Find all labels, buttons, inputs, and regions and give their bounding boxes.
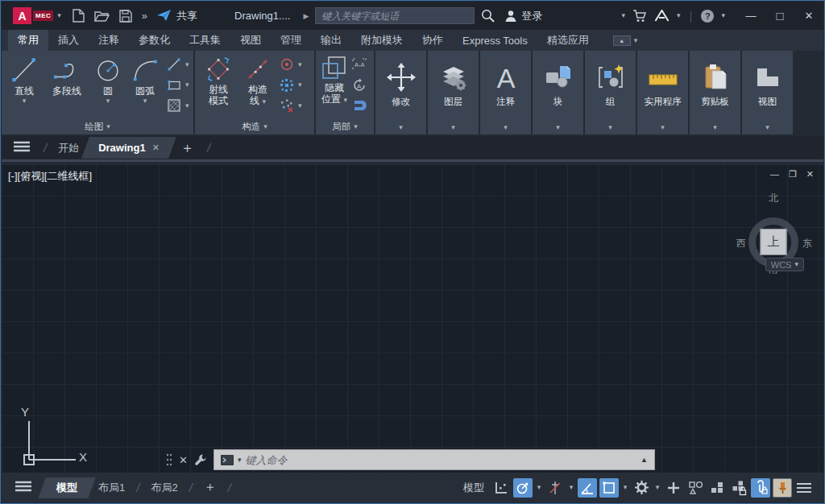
- ray-mode-button[interactable]: 射线模式: [198, 52, 238, 119]
- maximize-button[interactable]: □: [765, 2, 794, 30]
- viewport-close-button[interactable]: ✕: [806, 169, 814, 180]
- command-history-toggle[interactable]: ▲: [641, 456, 648, 464]
- ribbon-tab-manage[interactable]: 管理: [271, 30, 311, 51]
- viewport-controls-label[interactable]: [-][俯视][二维线框]: [8, 169, 92, 184]
- ribbon-tab-express-tools[interactable]: Express Tools: [453, 30, 537, 51]
- layout-tab-model[interactable]: 模型: [42, 477, 92, 498]
- layout-menu-button[interactable]: [15, 481, 32, 495]
- line-tool-small-button[interactable]: ▾: [166, 56, 189, 73]
- search-expand-icon[interactable]: ▶: [303, 12, 309, 20]
- new-layout-button[interactable]: ＋: [197, 479, 223, 496]
- wrench-icon[interactable]: [194, 453, 207, 466]
- viewcube-top-face[interactable]: 上: [761, 229, 787, 255]
- ribbon-tab-insert[interactable]: 插入: [48, 30, 89, 51]
- viewport-minimize-button[interactable]: —: [770, 169, 779, 180]
- viewcube-north[interactable]: 北: [769, 192, 778, 205]
- panel-annotation[interactable]: A 注释 ▾: [480, 51, 531, 134]
- panel-block[interactable]: 块 ▾: [533, 51, 583, 134]
- ribbon-tab-home[interactable]: 常用: [8, 30, 48, 51]
- chevron-down-icon[interactable]: ▾: [622, 12, 626, 19]
- file-tab-start[interactable]: 开始: [52, 141, 85, 155]
- fullscreen-menu-button[interactable]: [794, 478, 814, 498]
- close-command-line-button[interactable]: ✕: [179, 454, 188, 466]
- ribbon-tab-tools[interactable]: 工具集: [180, 30, 230, 51]
- search-input[interactable]: [315, 7, 475, 24]
- minimize-button[interactable]: —: [736, 2, 765, 30]
- arc-button[interactable]: 圆弧 ▾: [126, 52, 164, 119]
- chevron-down-icon[interactable]: ▾: [238, 456, 242, 464]
- hatch-tool-button[interactable]: ▾: [166, 97, 189, 114]
- chevron-down-icon[interactable]: ▾: [535, 484, 543, 491]
- panel-group[interactable]: 组 ▾: [585, 51, 636, 134]
- line-button[interactable]: 直线 ▾: [5, 52, 44, 119]
- panel-modify[interactable]: 修改 ▾: [375, 51, 426, 134]
- point-cloud-tool-button[interactable]: ▾: [279, 76, 302, 94]
- boundary-tool-button[interactable]: [351, 97, 367, 114]
- scatter-points-tool-button[interactable]: ▾: [279, 97, 302, 114]
- panel-utilities[interactable]: 实用程序 ▾: [637, 51, 688, 134]
- tracking-plus-button[interactable]: [664, 478, 683, 498]
- ribbon-tab-parametric[interactable]: 参数化: [129, 30, 180, 51]
- aa-section-tool-button[interactable]: A-A: [351, 56, 367, 73]
- rotate-view-tool-button[interactable]: A: [351, 76, 367, 94]
- chevron-down-icon[interactable]: ▾: [677, 12, 681, 19]
- autodesk-logo-icon[interactable]: [654, 10, 670, 22]
- center-point-tool-button[interactable]: ▾: [279, 56, 302, 73]
- panel-clipboard[interactable]: 剪贴板 ▾: [690, 51, 740, 134]
- ui-lock-button[interactable]: [751, 478, 770, 498]
- hide-position-button[interactable]: 隐藏位置 ▾: [317, 52, 351, 119]
- pinned-button[interactable]: [773, 478, 792, 498]
- construction-line-button[interactable]: 构造线 ▾: [238, 52, 277, 119]
- circle-button[interactable]: 圆 ▾: [90, 52, 126, 119]
- new-file-icon[interactable]: [73, 9, 85, 23]
- panel-title-partial[interactable]: 局部 ▾: [316, 119, 374, 134]
- chevron-down-icon[interactable]: ▾: [653, 484, 661, 491]
- panel-view[interactable]: 视图 ▾: [742, 51, 793, 134]
- share-button[interactable]: 共享: [157, 9, 197, 23]
- command-input-bar[interactable]: ▾ ▲: [214, 449, 655, 470]
- chevron-down-icon[interactable]: ▾: [567, 484, 575, 491]
- app-menu-button[interactable]: A MEC: [13, 7, 53, 24]
- snap-grid-toggle[interactable]: [491, 478, 511, 498]
- block-lock-button[interactable]: [729, 478, 748, 498]
- sign-in-button[interactable]: 登录: [504, 9, 542, 23]
- polyline-button[interactable]: 多段线: [44, 52, 90, 119]
- command-prompt-icon[interactable]: [221, 455, 234, 465]
- close-tab-icon[interactable]: ✕: [152, 143, 160, 153]
- angle-snap-toggle[interactable]: [578, 478, 597, 498]
- wcs-dropdown[interactable]: WCS ▾: [765, 258, 804, 271]
- ribbon-tab-view[interactable]: 视图: [230, 30, 271, 51]
- drag-handle-icon[interactable]: [166, 452, 172, 467]
- panel-layers[interactable]: 图层 ▾: [428, 51, 479, 134]
- ribbon-tab-output[interactable]: 输出: [311, 30, 351, 51]
- file-tab-menu-button[interactable]: [13, 141, 31, 155]
- layout-tab-layout2[interactable]: 布局2: [144, 481, 184, 495]
- qat-expand-button[interactable]: »: [142, 10, 146, 22]
- object-snap-tracking-toggle[interactable]: [545, 478, 565, 498]
- ribbon-collapse-button[interactable]: ▲ ▾: [613, 30, 638, 51]
- cart-icon[interactable]: [632, 10, 647, 23]
- model-space-toggle[interactable]: 模型: [463, 481, 484, 495]
- hardware-acceleration-button[interactable]: [707, 478, 727, 498]
- search-icon[interactable]: [481, 9, 495, 23]
- ribbon-tab-addins[interactable]: 附加模块: [351, 30, 412, 51]
- isolate-objects-button[interactable]: [686, 478, 705, 498]
- drawing-canvas[interactable]: [-][俯视][二维线框] — ❐ ✕ 北 西 上 东 南 WCS ▾ Y X: [2, 164, 823, 473]
- close-button[interactable]: ✕: [794, 2, 823, 30]
- ribbon-tab-featured-apps[interactable]: 精选应用: [537, 30, 599, 51]
- ribbon-tab-collaborate[interactable]: 协作: [412, 30, 453, 51]
- viewcube-west[interactable]: 西: [736, 237, 746, 250]
- dynamic-input-toggle[interactable]: [599, 478, 619, 498]
- chevron-down-icon[interactable]: ▾: [721, 12, 725, 19]
- chevron-down-icon[interactable]: ▾: [57, 12, 61, 19]
- panel-title-construct[interactable]: 构造 ▾: [195, 119, 314, 134]
- save-icon[interactable]: [119, 10, 132, 23]
- command-input[interactable]: [245, 454, 636, 466]
- open-folder-icon[interactable]: [94, 10, 110, 22]
- polar-tracking-toggle[interactable]: [513, 478, 533, 498]
- customization-gear-button[interactable]: [632, 478, 651, 498]
- viewcube-east[interactable]: 东: [802, 237, 812, 250]
- layout-tab-layout1[interactable]: 布局1: [92, 481, 131, 495]
- viewport-restore-button[interactable]: ❐: [789, 169, 797, 180]
- new-tab-button[interactable]: ＋: [172, 138, 202, 157]
